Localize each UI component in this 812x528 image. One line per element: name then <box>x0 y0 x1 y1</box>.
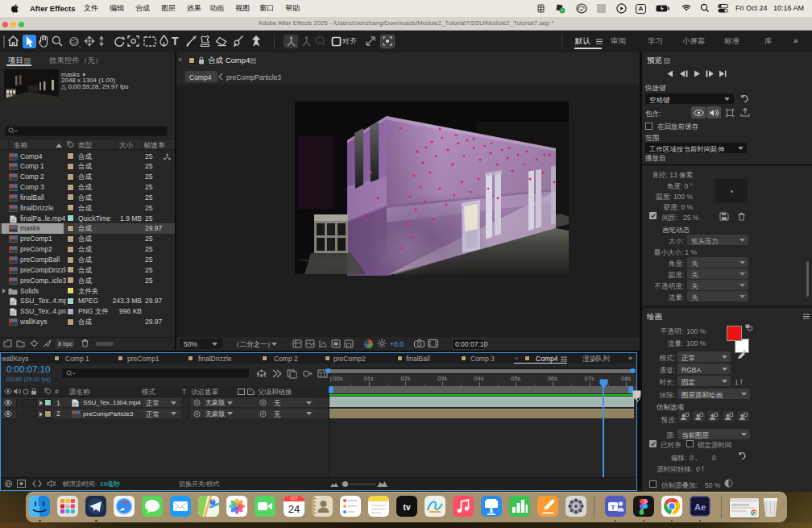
svg-text:tv: tv <box>403 503 410 512</box>
svg-text:T: T <box>611 504 615 511</box>
svg-text:24: 24 <box>288 503 299 515</box>
svg-text:Ae: Ae <box>694 502 706 512</box>
svg-text:OCT: OCT <box>290 497 298 501</box>
